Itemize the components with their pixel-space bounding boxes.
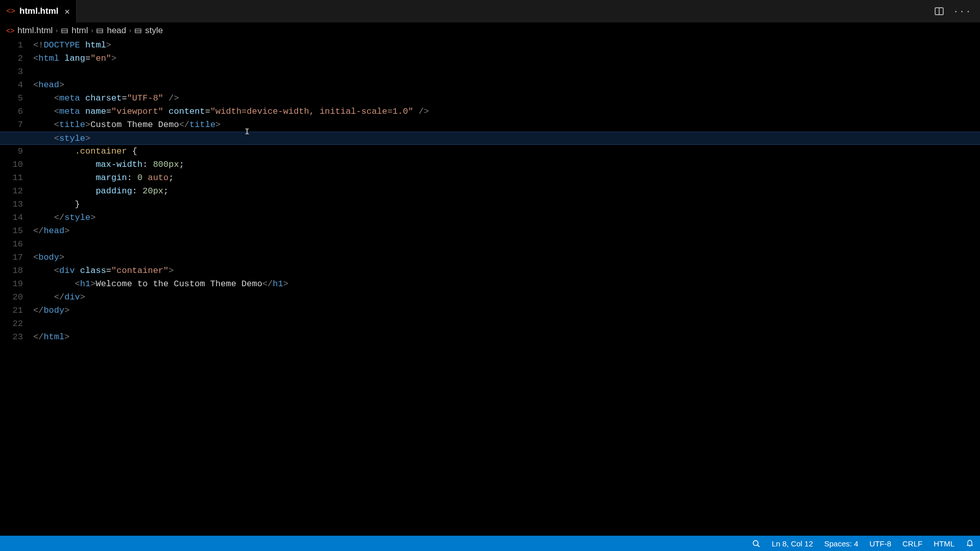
svg-point-8	[753, 540, 758, 545]
close-icon[interactable]: ✕	[65, 6, 70, 17]
svg-rect-5	[97, 31, 103, 33]
search-icon[interactable]	[752, 539, 761, 548]
status-encoding[interactable]: UTF-8	[869, 539, 891, 548]
chevron-right-icon: ›	[56, 27, 58, 34]
symbol-icon	[134, 27, 142, 35]
chevron-right-icon: ›	[91, 27, 93, 34]
svg-rect-7	[135, 31, 141, 33]
bell-icon[interactable]	[966, 539, 974, 547]
tab-active[interactable]: <> html.html ✕	[0, 0, 77, 22]
html-file-icon: <>	[6, 27, 14, 35]
breadcrumb-file[interactable]: html.html	[17, 26, 53, 36]
status-bar: Ln 8, Col 12 Spaces: 4 UTF-8 CRLF HTML	[0, 536, 980, 551]
html-file-icon: <>	[6, 7, 15, 16]
more-actions-icon[interactable]: ···	[953, 7, 972, 16]
tab-label: html.html	[19, 6, 59, 16]
status-spaces[interactable]: Spaces: 4	[824, 539, 859, 548]
svg-rect-3	[62, 31, 67, 33]
tab-actions: ···	[935, 7, 980, 16]
editor[interactable]: 1 2 3 4 5 6 7 8 9 10 11 12 13 14 15 16 1…	[0, 39, 980, 536]
split-editor-icon[interactable]	[935, 7, 944, 16]
symbol-icon	[61, 27, 68, 35]
breadcrumb: <> html.html › html › head › style	[0, 22, 980, 39]
breadcrumb-head[interactable]: head	[107, 26, 126, 36]
tab-bar: <> html.html ✕ ···	[0, 0, 980, 22]
status-eol[interactable]: CRLF	[902, 539, 922, 548]
line-number-gutter: 1 2 3 4 5 6 7 8 9 10 11 12 13 14 15 16 1…	[0, 39, 33, 536]
code-area[interactable]: I <!DOCTYPE html> <html lang="en"> <head…	[33, 39, 980, 536]
breadcrumb-style[interactable]: style	[145, 26, 163, 36]
breadcrumb-html[interactable]: html	[71, 26, 88, 36]
svg-line-9	[757, 545, 760, 547]
symbol-icon	[96, 27, 104, 35]
status-language[interactable]: HTML	[934, 539, 954, 548]
status-ln-col[interactable]: Ln 8, Col 12	[772, 539, 813, 548]
chevron-right-icon: ›	[129, 27, 131, 34]
